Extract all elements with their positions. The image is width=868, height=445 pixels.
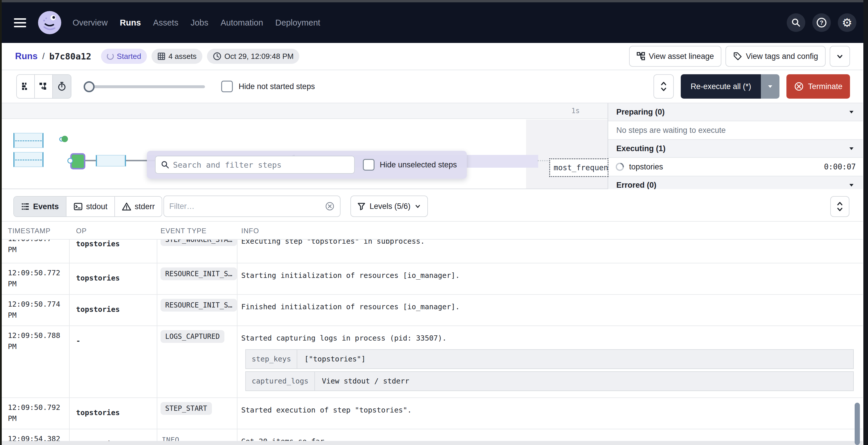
event-type-badge: LOGS_CAPTURED [160,330,224,343]
events-table-body: 12:09:50.7PMtopstoriesSTEP_WORKER_STA…Ex… [2,240,863,441]
step-box-queued[interactable] [96,155,126,167]
spinner-icon [107,53,114,60]
executing-step-row[interactable]: topstories 0:00:07 [608,158,863,176]
step-search-box [155,156,355,174]
cell-op: topstories [69,240,157,248]
nav-item-automation[interactable]: Automation [221,18,263,28]
gantt-zoom-slider-handle[interactable] [84,81,95,92]
hamburger-menu-icon[interactable] [14,18,26,27]
clear-filter-icon[interactable] [325,201,335,211]
table-row[interactable]: 12:09:50.772PMtopstoriesRESOURCE_INIT_S…… [2,264,863,295]
hide-not-started-label: Hide not started steps [239,82,315,91]
window-right-edge [863,0,868,445]
view-timed-button[interactable] [53,75,71,98]
window-top-edge [0,0,868,2]
info-text: Started capturing logs in process (pid: … [241,332,863,345]
metadata-key: captured_logs [246,372,315,390]
tab-stderr[interactable]: stderr [115,197,162,216]
events-list-icon [21,202,30,211]
view-flat-button[interactable] [17,75,35,98]
hide-unselected-label: Hide unselected steps [380,161,457,169]
executing-step-elapsed: 0:00:07 [824,163,856,171]
tab-stdout[interactable]: stdout [66,197,115,216]
caret-down-icon [767,83,773,90]
step-search-input[interactable] [173,161,349,169]
metadata-row: captured_logsView stdout / stderr [245,371,854,391]
metadata-link[interactable]: View stdout / stderr [315,372,416,390]
cell-event-type: LOGS_CAPTURED [157,330,237,343]
table-row[interactable]: 12:09:50.788PM-LOGS_CAPTUREDStarted capt… [2,326,863,398]
search-button[interactable] [787,13,805,32]
run-header-more-button[interactable] [830,46,850,67]
label-leader-line [538,160,550,161]
cell-timestamp: 12:09:50.772PM [2,268,69,289]
time-tick-label: 1s [571,107,580,115]
panel-section-executing[interactable]: Executing (1) [608,140,863,158]
nav-item-assets[interactable]: Assets [153,18,178,28]
cell-event-type: RESOURCE_INIT_S… [157,268,237,280]
settings-button[interactable]: ⚙ [838,13,857,32]
cell-timestamp: 12:09:50.7PM [2,240,69,255]
panel-section-preparing[interactable]: Preparing (0) [608,103,863,121]
table-row[interactable]: 12:09:50.792PMtopstoriesSTEP_STARTStarte… [2,398,863,429]
dagster-logo-icon[interactable] [37,10,62,35]
gantt-future-shade [526,119,608,189]
step-box-not-started[interactable] [13,152,43,167]
run-header-actions: View asset lineage View tags and config [629,46,850,67]
cell-op: - [69,330,157,345]
events-scrollbar-thumb[interactable] [855,403,860,445]
run-header-row: Runs / b7c80a12 Started 4 assets Oct 29,… [2,43,863,70]
chevron-down-icon [848,182,855,188]
nav-item-overview[interactable]: Overview [72,18,108,28]
selected-step-label[interactable]: most_frequent [549,159,609,177]
log-filter-input[interactable] [169,202,321,211]
step-status-panel: Preparing (0) No steps are waiting to ex… [608,103,863,189]
view-waterfall-button[interactable] [35,75,53,98]
scroll-to-bottom-button[interactable] [830,196,849,217]
step-box-not-started[interactable] [13,133,43,148]
levels-dropdown[interactable]: Levels (5/6) [350,196,428,217]
terminate-button[interactable]: Terminate [786,74,850,99]
assets-badge[interactable]: 4 assets [152,49,202,64]
col-info: INFO [241,227,259,235]
column-divider [157,240,157,441]
nav-item-jobs[interactable]: Jobs [190,18,208,28]
cell-op: topstories [69,268,157,282]
status-badge[interactable]: Started [101,49,147,64]
hide-not-started-checkbox[interactable] [221,81,233,92]
flat-view-icon [21,82,30,91]
terminal-icon [73,202,83,211]
events-table-header: TIMESTAMP OP EVENT TYPE INFO [2,221,863,240]
cell-info: Started capturing logs in process (pid: … [237,330,863,393]
panel-empty-text: No steps are waiting to execute [608,121,863,140]
hide-unselected-checkbox[interactable] [363,159,374,171]
cell-timestamp: 12:09:50.788PM [2,330,69,352]
cell-op: topstories [69,299,157,314]
table-row[interactable]: 12:09:54.382PMtopstoriesINFOGot 20 items… [2,429,863,441]
info-text: Executing step "topstories" in subproces… [241,240,863,248]
nav-item-runs[interactable]: Runs [120,18,141,28]
gantt-zoom-slider-track[interactable] [86,85,205,88]
chevron-down-icon [414,203,421,209]
completed-step-dot[interactable] [62,136,68,142]
tab-events[interactable]: Events [14,197,66,216]
nav-item-deployment[interactable]: Deployment [275,18,320,28]
view-asset-lineage-button[interactable]: View asset lineage [629,46,722,67]
reexecute-all-button[interactable]: Re-execute all (*) [681,74,761,99]
view-tags-config-button[interactable]: View tags and config [725,46,826,67]
table-row[interactable]: 12:09:50.7PMtopstoriesSTEP_WORKER_STA…Ex… [2,240,863,264]
panel-section-errored[interactable]: Errored (0) [608,176,863,189]
breadcrumb-runs-link[interactable]: Runs [15,51,38,62]
warning-triangle-icon [122,202,131,211]
reexecute-dropdown-button[interactable] [761,74,779,99]
expand-collapse-button[interactable] [653,74,674,99]
column-divider [69,240,70,441]
help-button[interactable]: ? [812,13,831,32]
col-event-type: EVENT TYPE [160,227,207,235]
cell-event-type: RESOURCE_INIT_S… [157,299,237,312]
gantt-filter-overlay: Hide unselected steps [147,151,467,179]
clock-icon [213,52,221,61]
cell-event-type: STEP_START [157,402,237,415]
table-row[interactable]: 12:09:50.774PMtopstoriesRESOURCE_INIT_S…… [2,295,863,326]
log-view-tabs: Events stdout stderr [13,196,162,217]
